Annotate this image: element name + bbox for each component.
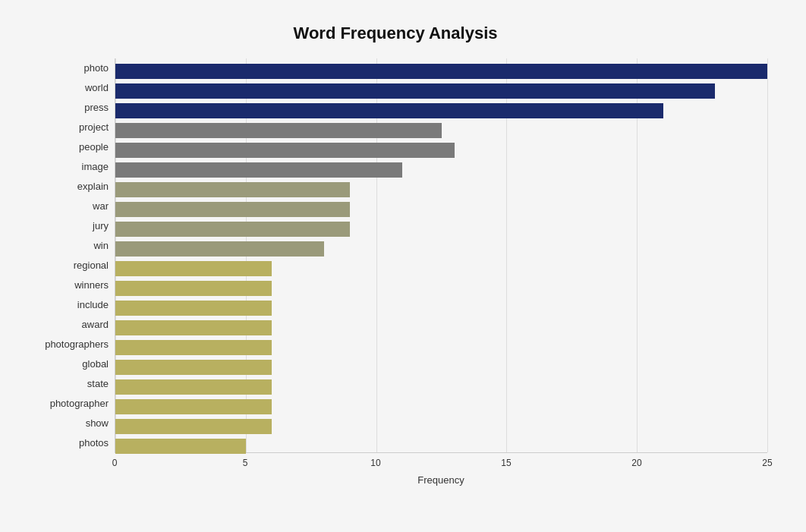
y-label: include bbox=[24, 295, 109, 315]
bar-row bbox=[115, 397, 767, 417]
bars-wrapper bbox=[115, 58, 767, 459]
chart-title: Word Frequency Analysis bbox=[24, 24, 767, 43]
bar-row bbox=[115, 180, 767, 200]
bar bbox=[115, 162, 402, 178]
bar-row bbox=[115, 81, 767, 101]
bar-row bbox=[115, 160, 767, 180]
y-label: state bbox=[24, 374, 109, 394]
bar-row bbox=[115, 318, 767, 338]
bar-row bbox=[115, 279, 767, 298]
y-label: show bbox=[24, 414, 109, 433]
bar-row bbox=[115, 239, 767, 259]
bar bbox=[115, 399, 272, 414]
bar bbox=[115, 439, 246, 454]
y-label: award bbox=[24, 315, 109, 335]
bar-row bbox=[115, 298, 767, 318]
y-label: world bbox=[24, 78, 109, 98]
y-label: people bbox=[24, 137, 109, 157]
y-label: photo bbox=[24, 58, 109, 78]
bar-row bbox=[115, 101, 767, 121]
bar bbox=[115, 123, 442, 138]
bar bbox=[115, 103, 663, 118]
bar-row bbox=[115, 61, 767, 81]
bar bbox=[115, 222, 350, 237]
bar-row bbox=[115, 338, 767, 357]
y-label: jury bbox=[24, 216, 109, 236]
bar bbox=[115, 202, 350, 217]
bar bbox=[115, 379, 272, 395]
x-axis-label: Frequency bbox=[115, 474, 767, 486]
y-label: photos bbox=[24, 433, 109, 453]
bar bbox=[115, 340, 272, 355]
bar bbox=[115, 301, 272, 316]
y-label: win bbox=[24, 236, 109, 256]
bar bbox=[115, 83, 715, 99]
x-tick: 0 bbox=[112, 458, 118, 468]
y-label: global bbox=[24, 354, 109, 374]
y-label: regional bbox=[24, 256, 109, 275]
y-label: press bbox=[24, 98, 109, 118]
bar bbox=[115, 182, 350, 197]
grid-line bbox=[767, 58, 768, 452]
bar-row bbox=[115, 377, 767, 397]
y-label: project bbox=[24, 118, 109, 137]
y-label: photographers bbox=[24, 335, 109, 354]
x-tick: 25 bbox=[762, 458, 772, 468]
y-label: winners bbox=[24, 275, 109, 295]
bar-row bbox=[115, 200, 767, 219]
bar bbox=[115, 281, 272, 296]
y-label: image bbox=[24, 157, 109, 177]
bar-row bbox=[115, 417, 767, 436]
bar-row bbox=[115, 436, 767, 456]
chart-container: Word Frequency Analysis photoworldpressp… bbox=[8, 8, 798, 524]
y-label: photographer bbox=[24, 394, 109, 414]
bar-row bbox=[115, 140, 767, 160]
bar bbox=[115, 64, 767, 79]
bar-row bbox=[115, 121, 767, 140]
x-tick: 15 bbox=[501, 458, 511, 468]
bar-row bbox=[115, 259, 767, 279]
x-tick: 5 bbox=[243, 458, 248, 468]
y-label: explain bbox=[24, 177, 109, 197]
x-tick: 10 bbox=[370, 458, 380, 468]
x-tick: 20 bbox=[631, 458, 641, 468]
y-label: war bbox=[24, 197, 109, 216]
bar bbox=[115, 241, 324, 257]
bar-row bbox=[115, 219, 767, 239]
bar bbox=[115, 419, 272, 434]
bars-and-grid bbox=[115, 58, 767, 453]
chart-area: photoworldpressprojectpeopleimageexplain… bbox=[24, 58, 767, 453]
bar bbox=[115, 320, 272, 335]
y-axis: photoworldpressprojectpeopleimageexplain… bbox=[24, 58, 115, 453]
bar bbox=[115, 143, 455, 158]
bar bbox=[115, 360, 272, 375]
bar bbox=[115, 261, 272, 276]
bar-row bbox=[115, 357, 767, 377]
